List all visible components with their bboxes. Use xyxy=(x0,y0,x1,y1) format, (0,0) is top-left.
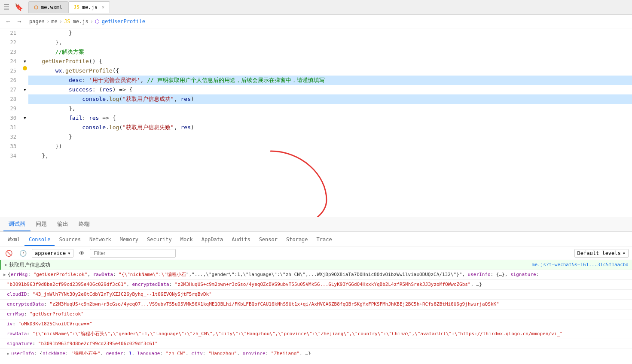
line-num-23: 23 xyxy=(0,47,21,57)
console-success-text: 获取用户信息成功 xyxy=(9,261,532,269)
expand-icon-1[interactable]: ▶ xyxy=(3,271,6,279)
devtools-tab-mock[interactable]: Mock xyxy=(176,234,197,246)
line-content-25: wx.getUserProfile({ xyxy=(28,66,632,76)
line-content-32: } xyxy=(28,132,632,142)
line-num-28: 28 xyxy=(0,94,21,104)
tab-bar: ☰ 🔖 ⬡ me.wxml JS me.js ✕ xyxy=(0,0,632,15)
show-console-button[interactable]: 👁 xyxy=(77,249,86,258)
panel-tab-debugger-label: 调试器 xyxy=(9,221,25,227)
panel-tab-output[interactable]: 输出 xyxy=(52,218,73,231)
line-num-22: 22 xyxy=(0,38,21,47)
code-line-29: 29 }, xyxy=(0,104,632,113)
context-selector-label: appservice xyxy=(35,250,66,256)
code-editor[interactable]: 21 } 22 }, 23 //解决方案 24 ▾ getUserProfil xyxy=(0,28,632,217)
bookmark-icon[interactable]: 🔖 xyxy=(13,2,25,12)
console-entry-encdata: encryptedData: "z2M3HuqUS+c9m2bwn+r3cGso… xyxy=(0,300,632,309)
line-num-33: 33 xyxy=(0,142,21,151)
devtools-tab-sources[interactable]: Sources xyxy=(55,234,85,246)
console-entry-userinfo: ▶ userInfo: {nickName: "编程小石头", gender: … xyxy=(0,349,632,355)
devtools-tab-storage[interactable]: Storage xyxy=(282,234,312,246)
panel-tab-terminal[interactable]: 终端 xyxy=(73,218,95,231)
code-line-30: 30 ▾ fail: res => { xyxy=(0,113,632,123)
console-detail-1: {errMsg: "getUserProfile:ok", rawData: "… xyxy=(8,271,629,279)
code-line-25: 25 wx.getUserProfile({ xyxy=(0,66,632,76)
devtools-tab-sensor[interactable]: Sensor xyxy=(255,234,282,246)
devtools-tab-console[interactable]: Console xyxy=(24,234,55,246)
console-entry-line1: ▶ {errMsg: "getUserProfile:ok", rawData:… xyxy=(0,270,632,280)
line-num-29: 29 xyxy=(0,104,21,113)
nav-forward-button[interactable]: → xyxy=(15,17,24,26)
expand-userinfo-icon[interactable]: ▶ xyxy=(7,350,9,355)
panel-tab-debugger[interactable]: 调试器 xyxy=(3,218,31,231)
breadcrumb-bar: ← → pages › me › JS me.js › ⬡ getUserPro… xyxy=(0,15,632,28)
line-num-24: 24 xyxy=(0,57,21,66)
panel-tab-terminal-label: 终端 xyxy=(79,221,90,227)
breadcrumb-sep-1: › xyxy=(46,18,49,24)
line-num-32: 32 xyxy=(0,132,21,142)
console-entry-rawdata: rawData: "{\"nickName\":\"编程小石头\",\"gend… xyxy=(0,329,632,339)
log-level-selector[interactable]: Default levels ▾ xyxy=(574,249,629,258)
panel-tab-issues-label: 问题 xyxy=(36,221,47,227)
line-gutter-24: ▾ xyxy=(21,57,28,66)
code-line-32: 32 } xyxy=(0,132,632,142)
line-content-22: }, xyxy=(28,38,632,47)
breadcrumb-pages: pages xyxy=(29,18,45,24)
log-level-dropdown-icon: ▾ xyxy=(623,250,626,256)
line-content-33: }) xyxy=(28,142,632,151)
console-toolbar: 🚫 🕐 appservice ▾ 👁 Default levels ▾ xyxy=(0,246,632,260)
clear-console-button[interactable]: 🚫 xyxy=(3,249,14,258)
devtools-tab-security[interactable]: Security xyxy=(143,234,176,246)
console-entry-line2: "b3091b963f9d8be2cf99cd2395e406c029df3c6… xyxy=(0,280,632,290)
devtools-tab-trace[interactable]: Trace xyxy=(312,234,336,246)
breadcrumb-nav: ← → xyxy=(3,17,24,26)
code-line-22: 22 }, xyxy=(0,38,632,47)
line-content-24: getUserProfile() { xyxy=(28,57,632,66)
line-content-30: fail: res => { xyxy=(28,113,632,123)
console-cloudid: cloudID: "43_jmWlh7YNt3Oy2eOtCdbY2nTyXZJ… xyxy=(7,291,629,298)
code-line-34: 34 }, xyxy=(0,151,632,161)
console-output[interactable]: ▶ 获取用户信息成功 me.js?t=wechat&s=161...31c5f1… xyxy=(0,260,632,355)
line-content-28: console.log("获取用户信息成功", res) xyxy=(28,94,632,104)
code-line-24: 24 ▾ getUserProfile() { xyxy=(0,57,632,66)
console-expand-icon[interactable]: ▶ xyxy=(5,261,7,269)
console-errmsg: errMsg: "getUserProfile:ok" xyxy=(7,310,629,318)
breadcrumb-getprofile: getUserProfile xyxy=(102,18,145,24)
tab-me-js[interactable]: JS me.js ✕ xyxy=(68,1,110,13)
line-num-30: 30 xyxy=(0,113,21,123)
sidebar-toggle-icon[interactable]: ☰ xyxy=(2,2,11,12)
line-num-34: 34 xyxy=(0,151,21,161)
line-num-27: 27 xyxy=(0,85,21,94)
panel-tab-output-label: 输出 xyxy=(57,221,68,227)
devtools-tab-audits[interactable]: Audits xyxy=(227,234,254,246)
console-entry-success-header: ▶ 获取用户信息成功 me.js?t=wechat&s=161...31c5f1… xyxy=(0,260,632,270)
code-line-28: 28 console.log("获取用户信息成功", res) xyxy=(0,94,632,104)
preserve-log-button[interactable]: 🕐 xyxy=(18,249,28,258)
console-entry-errmsg: errMsg: "getUserProfile:ok" xyxy=(0,309,632,319)
line-num-31: 31 xyxy=(0,123,21,132)
devtools-tab-wxml[interactable]: Wxml xyxy=(3,234,24,246)
console-userinfo: userInfo: {nickName: "编程小石头", gender: 1,… xyxy=(11,350,629,355)
console-source-link[interactable]: me.js?t=wechat&s=161...31c5f1aacbd xyxy=(532,261,629,269)
panel-tab-issues[interactable]: 问题 xyxy=(31,218,52,231)
devtools-tab-network[interactable]: Network xyxy=(85,234,116,246)
devtools-tab-memory[interactable]: Memory xyxy=(116,234,143,246)
code-line-21: 21 } xyxy=(0,28,632,38)
breadcrumb-me: me xyxy=(51,18,57,24)
breakpoint-25[interactable] xyxy=(23,66,27,70)
context-selector[interactable]: appservice ▾ xyxy=(32,249,73,258)
console-signature: signature: "b3091b963f9d8be2cf99cd2395e4… xyxy=(7,340,629,348)
close-tab-icon[interactable]: ✕ xyxy=(102,5,104,9)
tab-me-wxml[interactable]: ⬡ me.wxml xyxy=(28,1,68,13)
line-content-26: desc: '用于完善会员资料', // 声明获取用户个人信息后的用途，后续会展… xyxy=(28,76,632,85)
console-iv: iv: "oMkD3Kv1825CkoiUCVrgcw==" xyxy=(7,320,629,328)
nav-back-button[interactable]: ← xyxy=(3,17,13,26)
code-line-33: 33 }) xyxy=(0,142,632,151)
console-filter-input[interactable] xyxy=(90,249,176,258)
breadcrumb-sep-2: › xyxy=(59,18,62,24)
line-gutter-25 xyxy=(21,66,28,70)
console-rawdata: rawData: "{\"nickName\":\"编程小石头\",\"gend… xyxy=(7,330,629,338)
console-entry-cloudid: cloudID: "43_jmWlh7YNt3Oy2eOtCdbY2nTyXZJ… xyxy=(0,290,632,300)
log-level-label: Default levels xyxy=(577,250,621,256)
devtools-tab-appdata[interactable]: AppData xyxy=(197,234,228,246)
line-num-21: 21 xyxy=(0,28,21,38)
